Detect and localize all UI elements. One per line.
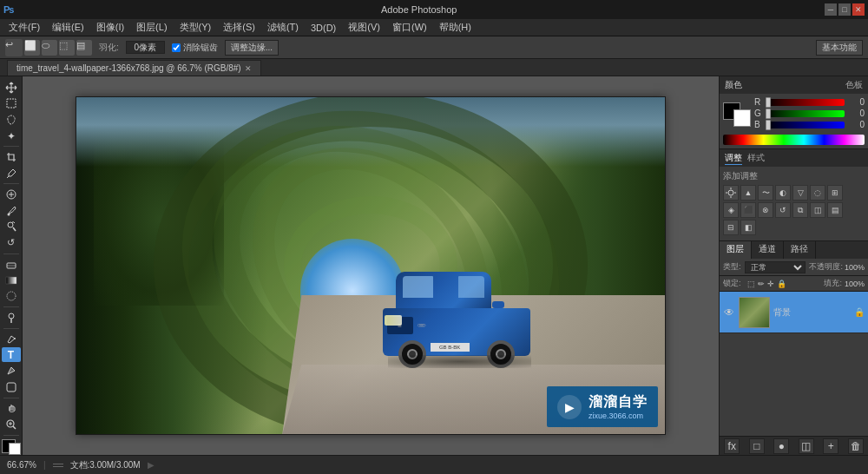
marquee-tool-button[interactable] [2,96,21,112]
delete-layer-button[interactable]: 🗑 [848,438,864,454]
minimize-button[interactable]: ─ [825,3,837,16]
g-slider-thumb[interactable] [766,109,771,119]
lock-paint-icon[interactable]: ✏ [758,280,765,288]
layers-lock-row: 锁定: ⬚ ✏ ✛ 🔒 填充: 100% [720,276,868,292]
title-bar: Ps Adobe Photoshop ─ □ ✕ [0,0,868,19]
options-bar: ↩ ⬜ ⬭ ⬚ ▤ 羽化: 消除锯齿 调整边缘... 基本功能 [0,36,868,59]
create-group-button[interactable]: ◫ [799,438,814,454]
menu-layer[interactable]: 图层(L) [131,19,172,36]
dodge-tool-button[interactable] [2,310,21,326]
blur-tool-button[interactable] [2,289,21,305]
photo-filter-adj-button[interactable]: ⬛ [740,202,756,218]
channel-mixer-adj-button[interactable]: ⊗ [758,202,773,218]
selective-color-adj-button[interactable]: ◧ [740,220,756,235]
type-tool-button[interactable]: T [2,347,21,363]
clone-stamp-tool-button[interactable] [2,219,21,234]
menu-select[interactable]: 选择(S) [218,19,260,36]
menu-3d[interactable]: 3D(D) [306,21,341,35]
menu-type[interactable]: 类型(Y) [174,19,217,36]
workspace-preset[interactable]: 基本功能 [816,40,863,56]
foreground-color-swatch[interactable] [2,439,21,455]
bw-adj-button[interactable]: ◈ [723,202,739,218]
create-fill-layer-button[interactable]: ● [773,438,789,454]
menu-file[interactable]: 文件(F) [3,19,45,36]
menu-edit[interactable]: 编辑(E) [47,19,89,36]
layers-tab-layers[interactable]: 图层 [720,241,752,259]
color-panel-header[interactable]: 颜色 色板 [720,76,868,94]
eraser-tool-button[interactable] [2,256,21,272]
menu-help[interactable]: 帮助(H) [434,19,477,36]
tab-close-button[interactable]: ✕ [245,64,252,73]
style-tab[interactable]: 样式 [747,152,765,165]
close-button[interactable]: ✕ [852,3,865,16]
layer-visibility-toggle[interactable]: 👁 [723,306,735,319]
color-spectrum-bar[interactable] [723,135,865,145]
background-color-swatch[interactable] [733,109,751,127]
levels-adj-button[interactable]: ▲ [740,185,756,201]
r-slider-thumb[interactable] [766,97,771,108]
layers-tab-paths[interactable]: 路径 [784,241,816,259]
b-slider-row: B 0 [754,120,865,129]
menu-view[interactable]: 视图(V) [343,19,385,36]
b-slider-track[interactable] [766,122,845,128]
hue-sat-adj-button[interactable]: ◌ [810,185,825,201]
menu-window[interactable]: 窗口(W) [387,19,432,36]
menu-filter[interactable]: 滤镜(T) [262,19,304,36]
color-sliders: R 0 G 0 [754,97,865,131]
color-balance-adj-button[interactable]: ⊞ [827,185,843,201]
threshold-adj-button[interactable]: ▤ [827,202,843,218]
maximize-button[interactable]: □ [838,3,851,16]
brightness-adj-button[interactable] [723,185,739,201]
brush-tool-button[interactable] [2,203,21,219]
move-tool-button[interactable] [2,80,21,95]
add-mask-button[interactable]: □ [749,438,765,454]
color-panel-title: 颜色 [725,79,742,91]
vibrance-adj-button[interactable]: ▽ [792,185,808,201]
history-brush-tool-button[interactable]: ↺ [2,235,21,251]
fg-bg-color-swatches[interactable] [723,102,751,127]
layer-item-background[interactable]: 👁 背景 🔒 [720,292,868,333]
g-slider-track[interactable] [766,110,845,117]
hand-tool-button[interactable] [2,400,21,416]
posterize-adj-button[interactable]: ◫ [810,202,825,218]
magic-wand-tool-button[interactable]: ✦ [2,128,21,144]
watermark-sub-text: zixue.3066.com [589,411,648,420]
canvas-area: ⟳ ⊕ ⊖ [23,76,719,455]
layer-fx-button[interactable]: fx [724,438,740,454]
adjustment-panel-header[interactable]: 调整 样式 [720,149,868,167]
layers-tab-channels[interactable]: 通道 [752,241,784,259]
svg-rect-8 [6,277,16,284]
gradient-map-adj-button[interactable]: ⊟ [723,220,739,235]
exposure-adj-button[interactable]: ◐ [775,185,791,201]
lock-transparency-icon[interactable]: ⬚ [747,280,755,288]
lock-all-icon[interactable]: 🔒 [777,280,786,288]
feather-input[interactable] [126,41,165,54]
create-layer-button[interactable]: + [823,438,838,454]
document-tab[interactable]: time_travel_4-wallpaper-1366x768.jpg @ 6… [7,60,261,76]
adjustment-tab[interactable]: 调整 [725,152,742,165]
path-select-tool-button[interactable] [2,363,21,379]
zoom-tool-button[interactable] [2,417,21,432]
layer-type-select[interactable]: 正常 [745,261,806,273]
lock-position-icon[interactable]: ✛ [767,280,774,288]
r-value: 0 [847,97,865,107]
menu-image[interactable]: 图像(I) [91,19,129,36]
adjustment-panel-section: 调整 样式 添加调整 ▲ 〜 ◐ ▽ ◌ ⊞ ◈ [720,149,868,241]
b-slider-thumb[interactable] [766,120,771,130]
healing-brush-tool-button[interactable] [2,187,21,202]
invert-adj-button[interactable]: ⧉ [792,202,808,218]
curves-adj-button[interactable]: 〜 [758,185,773,201]
swatches-tab-label[interactable]: 色板 [845,79,863,91]
pen-tool-button[interactable] [2,331,21,346]
lasso-tool-button[interactable] [2,112,21,128]
shape-tool-button[interactable] [2,379,21,395]
antialias-checkbox[interactable]: 消除锯齿 [172,42,218,54]
eyedropper-tool-button[interactable] [2,166,21,181]
crop-tool-button[interactable] [2,149,21,165]
refine-edge-button[interactable]: 调整边缘... [225,40,279,56]
tool-separator-6 [3,398,19,398]
antialias-check[interactable] [172,43,181,52]
r-slider-track[interactable] [766,99,845,106]
gradient-tool-button[interactable] [2,273,21,288]
color-lookup-adj-button[interactable]: ↺ [775,202,791,218]
